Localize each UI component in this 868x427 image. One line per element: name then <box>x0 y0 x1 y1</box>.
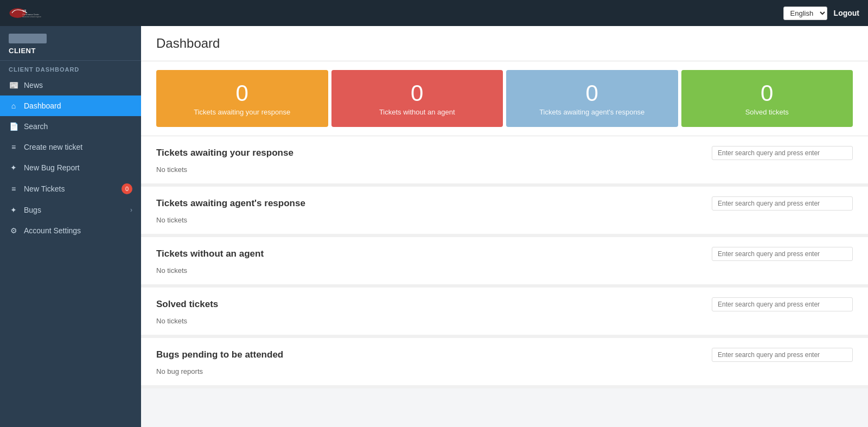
news-icon: 📰 <box>9 80 18 90</box>
section-awaiting-your-response: Tickets awaiting your responseNo tickets <box>141 136 868 187</box>
section-awaiting-agents-response: Tickets awaiting agent's responseNo tick… <box>141 187 868 237</box>
new-bug-report-icon: ✦ <box>9 163 18 173</box>
sidebar-item-dashboard[interactable]: ⌂Dashboard <box>0 95 141 116</box>
section-title-awaiting-agents-response: Tickets awaiting agent's response <box>156 198 305 209</box>
page-title: Dashboard <box>156 36 853 51</box>
bugs-label: Bugs <box>24 206 41 214</box>
new-tickets-label: New Tickets <box>24 184 65 193</box>
bugs-arrow-icon: › <box>130 206 132 214</box>
stat-number-without-agent: 0 <box>411 81 423 106</box>
stat-number-solved: 0 <box>761 81 773 106</box>
section-body-bugs-pending: No bug reports <box>141 365 868 385</box>
topbar-right: English Logout <box>783 7 859 20</box>
new-tickets-badge: 0 <box>122 183 132 194</box>
stat-label-without-agent: Tickets without an agent <box>379 108 455 116</box>
sidebar-items-container: 📰News⌂Dashboard📄Search≡Create new ticket… <box>0 75 141 241</box>
section-header-solved-tickets: Solved tickets <box>141 288 868 315</box>
new-bug-report-label: New Bug Report <box>24 163 80 172</box>
dashboard-icon: ⌂ <box>9 101 18 111</box>
section-header-bugs-pending: Bugs pending to be attended <box>141 338 868 365</box>
stat-label-solved: Solved tickets <box>745 108 789 116</box>
sections-container: Tickets awaiting your responseNo tickets… <box>141 136 868 388</box>
account-settings-icon: ⚙ <box>9 226 18 235</box>
create-ticket-icon: ≡ <box>9 142 18 152</box>
stats-row: 0Tickets awaiting your response0Tickets … <box>141 61 868 136</box>
section-header-awaiting-your-response: Tickets awaiting your response <box>141 136 868 163</box>
logo: VZ Performance Center Automotive softwar… <box>9 4 41 22</box>
section-search-bugs-pending[interactable] <box>712 348 853 362</box>
sidebar-item-account-settings[interactable]: ⚙Account Settings <box>0 220 141 241</box>
news-label: News <box>24 81 43 90</box>
sidebar-item-create-ticket[interactable]: ≡Create new ticket <box>0 137 141 157</box>
section-title-bugs-pending: Bugs pending to be attended <box>156 349 283 360</box>
section-bugs-pending: Bugs pending to be attendedNo bug report… <box>141 338 868 388</box>
create-ticket-label: Create new ticket <box>24 143 82 151</box>
stat-number-awaiting-response: 0 <box>236 81 248 106</box>
section-body-awaiting-your-response: No tickets <box>141 163 868 183</box>
bugs-icon: ✦ <box>9 205 18 215</box>
section-title-solved-tickets: Solved tickets <box>156 299 218 310</box>
dashboard-label: Dashboard <box>24 101 61 110</box>
section-title-awaiting-your-response: Tickets awaiting your response <box>156 148 293 158</box>
sidebar-item-bugs[interactable]: ✦Bugs› <box>0 200 141 220</box>
section-solved-tickets: Solved ticketsNo tickets <box>141 288 868 338</box>
svg-text:VZ: VZ <box>23 9 27 12</box>
topbar: VZ Performance Center Automotive softwar… <box>0 0 868 26</box>
main-content: Dashboard 0Tickets awaiting your respons… <box>141 26 868 427</box>
search-label: Search <box>24 122 48 131</box>
stat-card-without-agent: 0Tickets without an agent <box>331 70 503 127</box>
section-header-awaiting-agents-response: Tickets awaiting agent's response <box>141 187 868 214</box>
sidebar-item-search[interactable]: 📄Search <box>0 116 141 137</box>
language-selector[interactable]: English <box>783 7 827 20</box>
section-search-awaiting-agents-response[interactable] <box>712 196 853 211</box>
section-header-without-an-agent: Tickets without an agent <box>141 237 868 264</box>
logout-button[interactable]: Logout <box>834 9 859 17</box>
section-search-awaiting-your-response[interactable] <box>712 146 853 160</box>
section-title-without-an-agent: Tickets without an agent <box>156 248 264 259</box>
section-search-without-an-agent[interactable] <box>712 247 853 261</box>
section-body-solved-tickets: No tickets <box>141 315 868 335</box>
section-search-solved-tickets[interactable] <box>712 297 853 311</box>
client-label: CLIENT <box>9 47 132 55</box>
sidebar: CLIENT CLIENT DASHBOARD 📰News⌂Dashboard📄… <box>0 26 141 427</box>
avatar <box>9 34 47 43</box>
sidebar-section-label: CLIENT DASHBOARD <box>0 61 141 75</box>
search-icon: 📄 <box>9 122 18 131</box>
svg-text:Performance Center: Performance Center <box>23 14 40 16</box>
section-body-without-an-agent: No tickets <box>141 264 868 284</box>
stat-number-agent-response: 0 <box>586 81 598 106</box>
sidebar-item-new-bug-report[interactable]: ✦New Bug Report <box>0 157 141 178</box>
sidebar-user-section: CLIENT <box>0 26 141 61</box>
sidebar-item-news[interactable]: 📰News <box>0 75 141 95</box>
svg-text:Automotive software engineerin: Automotive software engineering <box>23 16 42 18</box>
stat-label-agent-response: Tickets awaiting agent's response <box>539 108 644 116</box>
section-body-awaiting-agents-response: No tickets <box>141 214 868 234</box>
stat-card-solved: 0Solved tickets <box>681 70 853 127</box>
account-settings-label: Account Settings <box>24 226 81 235</box>
stat-label-awaiting-response: Tickets awaiting your response <box>194 108 290 116</box>
sidebar-item-new-tickets[interactable]: ≡New Tickets0 <box>0 178 141 200</box>
section-without-an-agent: Tickets without an agentNo tickets <box>141 237 868 288</box>
main-header: Dashboard <box>141 26 868 61</box>
layout: CLIENT CLIENT DASHBOARD 📰News⌂Dashboard📄… <box>0 26 868 427</box>
stat-card-awaiting-response: 0Tickets awaiting your response <box>156 70 328 127</box>
new-tickets-icon: ≡ <box>9 184 18 194</box>
stat-card-agent-response: 0Tickets awaiting agent's response <box>506 70 678 127</box>
